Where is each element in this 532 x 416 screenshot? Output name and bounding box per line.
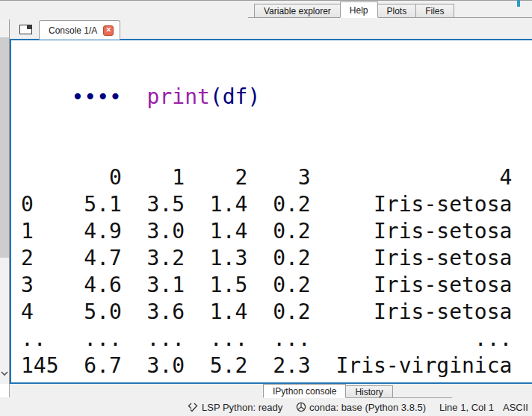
browse-tabs-icon[interactable] — [19, 25, 32, 34]
code-args: (df) — [210, 84, 260, 109]
pane-tabbar: Variable explorer Help Plots Files — [248, 1, 532, 18]
console-input-line: •••• print(df) — [21, 84, 532, 111]
console-tabbar: Console 1/A ✕ — [0, 19, 532, 39]
console-tab-label: Console 1/A — [49, 25, 97, 36]
tab-console-1a[interactable]: Console 1/A ✕ — [39, 20, 120, 40]
ipython-console-pane[interactable]: •••• print(df) 0 1 2 3 4 0 5.1 3.5 1.4 0… — [10, 39, 532, 384]
tab-help[interactable]: Help — [340, 1, 378, 18]
window-top-border — [0, 0, 532, 1]
conda-env-icon — [296, 402, 306, 412]
close-icon[interactable]: ✕ — [103, 25, 114, 36]
conda-status: conda: base (Python 3.8.5) — [296, 398, 426, 416]
scrollbar-corner — [0, 384, 10, 397]
file-encoding-text: ASCII — [503, 402, 528, 413]
code-keyword: print — [147, 84, 210, 109]
console-bottom-tabbar: IPython console History — [263, 384, 452, 398]
tab-files[interactable]: Files — [415, 4, 454, 17]
lsp-status-text: LSP Python: ready — [202, 402, 282, 413]
lsp-status: LSP Python: ready — [188, 398, 282, 416]
cursor-position: Line 1, Col 1 — [439, 398, 494, 416]
lsp-code-icon — [188, 402, 199, 412]
scrollbar-thumb[interactable] — [0, 37, 9, 258]
dataframe-output: 0 1 2 3 4 0 5.1 3.5 1.4 0.2 Iris-setosa … — [21, 164, 532, 384]
status-bar: LSP Python: ready conda: base (Python 3.… — [0, 398, 532, 416]
vertical-scrollbar[interactable] — [0, 19, 10, 384]
tab-ipython-console[interactable]: IPython console — [263, 384, 346, 398]
tab-history[interactable]: History — [345, 385, 392, 397]
cursor-position-text: Line 1, Col 1 — [439, 402, 494, 413]
conda-status-text: conda: base (Python 3.8.5) — [309, 402, 426, 413]
tab-variable-explorer[interactable]: Variable explorer — [254, 4, 341, 17]
file-encoding: ASCII — [503, 398, 528, 416]
scrollbar-down-arrow-icon[interactable] — [0, 366, 9, 381]
tab-plots[interactable]: Plots — [377, 4, 417, 17]
continuation-prompt: •••• — [21, 84, 147, 109]
